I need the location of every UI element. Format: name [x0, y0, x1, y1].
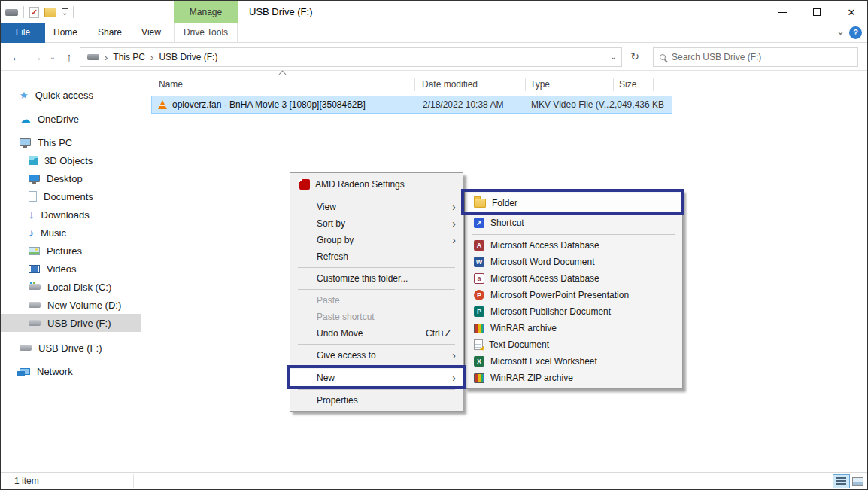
- sidebar-item-pictures[interactable]: Pictures: [1, 242, 141, 260]
- column-divider[interactable]: [525, 78, 526, 91]
- collapse-ribbon-chevron-icon[interactable]: ⌄: [836, 26, 845, 37]
- column-header-name[interactable]: Name: [159, 75, 183, 93]
- sidebar-item-quick-access[interactable]: ★Quick access: [1, 86, 141, 104]
- sidebar-item-this-pc[interactable]: This PC: [1, 133, 141, 151]
- menu-item-refresh[interactable]: Refresh: [290, 248, 463, 265]
- submenu-item-excel-worksheet[interactable]: XMicrosoft Excel Worksheet: [465, 353, 682, 370]
- submenu-item-text-document[interactable]: Text Document: [465, 336, 682, 353]
- word-icon: W: [474, 257, 484, 267]
- menu-item-new[interactable]: New›: [290, 369, 463, 387]
- recent-locations-chevron-icon[interactable]: ⌄: [46, 43, 59, 71]
- breadcrumb-usb-drive[interactable]: USB Drive (F:): [159, 52, 217, 62]
- menu-item-label: AMD Radeon Settings: [315, 179, 405, 190]
- menu-item-label: Microsoft Access Database: [490, 240, 599, 251]
- maximize-button[interactable]: [800, 1, 834, 23]
- submenu-item-powerpoint-presentation[interactable]: PMicrosoft PowerPoint Presentation: [465, 287, 682, 303]
- vlc-cone-icon: [158, 100, 167, 109]
- up-button[interactable]: ↑: [61, 43, 77, 71]
- sidebar-item-local-disk-c[interactable]: Local Disk (C:): [1, 278, 141, 296]
- menu-separator: [298, 196, 455, 196]
- customize-toolbar-chevron-icon[interactable]: ⌄: [62, 8, 68, 16]
- access-page-icon: a: [474, 273, 484, 284]
- column-header-size[interactable]: Size: [619, 75, 636, 93]
- sidebar-item-downloads[interactable]: ↓Downloads: [1, 205, 141, 224]
- divider: [73, 6, 74, 18]
- search-box[interactable]: [653, 47, 858, 67]
- tab-file[interactable]: File: [1, 23, 45, 43]
- sidebar-item-music[interactable]: ♪Music: [1, 224, 141, 242]
- address-dropdown-chevron-icon[interactable]: ⌄: [610, 52, 617, 62]
- file-row[interactable]: oploverz.fan - BnHA Movie 3 [1080p][3508…: [151, 96, 672, 114]
- menu-item-amd-radeon-settings[interactable]: AMD Radeon Settings: [290, 175, 463, 193]
- menu-item-customize-this-folder[interactable]: Customize this folder...: [290, 270, 463, 287]
- menu-item-sort-by[interactable]: Sort by›: [290, 215, 463, 232]
- sidebar-item-documents[interactable]: Documents: [1, 187, 141, 205]
- menu-item-properties[interactable]: Properties: [290, 392, 463, 409]
- music-note-icon: ♪: [29, 227, 34, 238]
- tab-share[interactable]: Share: [87, 23, 132, 43]
- address-bar[interactable]: › This PC › USB Drive (F:) ⌄: [80, 47, 622, 67]
- sidebar-item-3d-objects[interactable]: 3D Objects: [1, 151, 141, 169]
- new-folder-icon[interactable]: [44, 8, 56, 17]
- submenu-item-access-database-2[interactable]: aMicrosoft Access Database: [465, 270, 682, 287]
- menu-separator: [472, 234, 675, 235]
- thumbnail-view-button[interactable]: [849, 474, 866, 488]
- submenu-item-winrar-zip-archive[interactable]: WinRAR ZIP archive: [465, 370, 682, 386]
- sidebar-item-usb-drive-f[interactable]: USB Drive (F:): [1, 314, 141, 332]
- menu-item-label: New: [317, 373, 335, 383]
- sidebar-item-usb-drive-f-root[interactable]: USB Drive (F:): [1, 339, 141, 357]
- powerpoint-icon: P: [474, 290, 484, 300]
- submenu-item-shortcut[interactable]: ↗Shortcut: [465, 213, 682, 232]
- file-type: MKV Video File (V...: [531, 96, 612, 113]
- submenu-arrow-icon: ›: [452, 236, 456, 245]
- menu-item-undo-move[interactable]: Undo MoveCtrl+Z: [290, 325, 463, 342]
- menu-item-label: Undo Move: [317, 328, 363, 339]
- back-button[interactable]: ←: [7, 43, 26, 71]
- star-icon: ★: [20, 90, 29, 100]
- close-button[interactable]: ✕: [834, 1, 868, 23]
- column-divider[interactable]: [653, 78, 654, 91]
- divider: [133, 474, 134, 488]
- manage-contextual-tab[interactable]: Manage: [174, 1, 238, 23]
- forward-button[interactable]: →: [28, 43, 46, 71]
- menu-item-label: WinRAR ZIP archive: [490, 373, 573, 383]
- help-button[interactable]: ?: [849, 26, 862, 39]
- submenu-item-folder[interactable]: Folder: [465, 193, 682, 213]
- tab-drive-tools[interactable]: Drive Tools: [174, 23, 238, 43]
- menu-item-label: Paste: [317, 295, 340, 306]
- column-divider[interactable]: [414, 78, 415, 91]
- submenu-item-winrar-archive[interactable]: WinRAR archive: [465, 320, 682, 336]
- submenu-item-publisher-document[interactable]: PMicrosoft Publisher Document: [465, 303, 682, 320]
- column-header-date-modified[interactable]: Date modified: [422, 75, 478, 93]
- sidebar-item-new-volume-d[interactable]: New Volume (D:): [1, 296, 141, 314]
- item-count: 1 item: [14, 473, 39, 489]
- menu-item-label: WinRAR archive: [490, 323, 557, 333]
- tab-view[interactable]: View: [130, 23, 172, 43]
- details-view-button[interactable]: [833, 474, 850, 488]
- sidebar-item-onedrive[interactable]: ☁OneDrive: [1, 110, 141, 128]
- maximize-icon: [813, 8, 821, 16]
- sidebar-item-label: USB Drive (F:): [38, 342, 102, 354]
- breadcrumb-this-pc[interactable]: This PC: [113, 52, 145, 62]
- menu-item-label: View: [317, 202, 336, 212]
- submenu-item-word-document[interactable]: WMicrosoft Word Document: [465, 254, 682, 270]
- menu-item-view[interactable]: View›: [290, 199, 463, 215]
- tab-home[interactable]: Home: [46, 23, 85, 43]
- menu-item-give-access-to[interactable]: Give access to›: [290, 347, 463, 364]
- menu-item-label: Microsoft PowerPoint Presentation: [490, 290, 629, 300]
- sidebar-item-desktop[interactable]: Desktop: [1, 169, 141, 187]
- sidebar-item-videos[interactable]: Videos: [1, 260, 141, 278]
- refresh-button[interactable]: ↻: [624, 47, 645, 67]
- computer-icon: [20, 138, 31, 146]
- excel-icon: X: [474, 356, 484, 367]
- search-input[interactable]: [672, 52, 851, 62]
- submenu-item-access-database[interactable]: AMicrosoft Access Database: [465, 237, 682, 254]
- new-submenu: Folder ↗Shortcut AMicrosoft Access Datab…: [464, 190, 683, 389]
- menu-item-label: Paste shortcut: [317, 312, 375, 322]
- sidebar-item-network[interactable]: Network: [1, 362, 141, 380]
- menu-item-group-by[interactable]: Group by›: [290, 232, 463, 248]
- column-divider[interactable]: [613, 78, 614, 91]
- minimize-button[interactable]: [765, 1, 800, 23]
- column-header-type[interactable]: Type: [530, 75, 550, 93]
- properties-icon[interactable]: ✓: [29, 7, 39, 18]
